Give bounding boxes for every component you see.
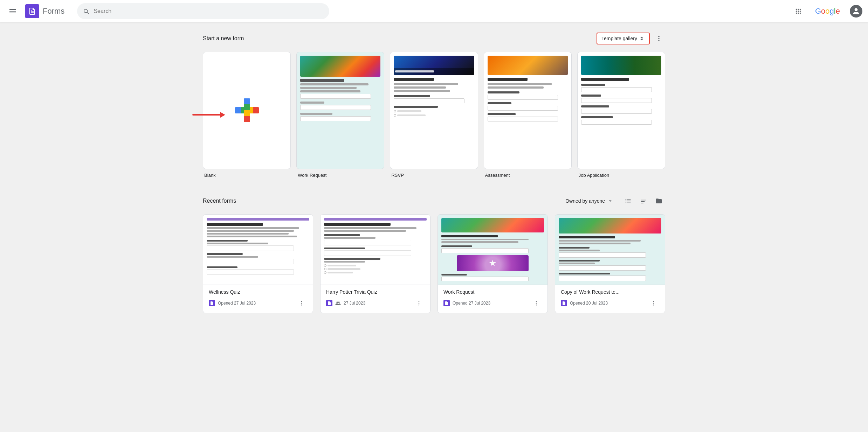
form-doc-icon-shared (327, 301, 331, 305)
form-type-icon-shared (326, 300, 332, 306)
svg-point-5 (301, 305, 302, 306)
svg-point-2 (658, 40, 659, 41)
work-request-doc-icon (445, 301, 449, 305)
work-request-meta: Opened 27 Jul 2023 (443, 298, 542, 309)
rsvp-label: RSVP (390, 173, 478, 178)
job-application-thumbnail (577, 52, 665, 169)
copy-work-request-title: Copy of Work Request te... (561, 289, 659, 295)
new-form-section: Start a new form Template gallery (203, 32, 665, 178)
list-view-icon (625, 197, 632, 204)
svg-point-9 (536, 301, 537, 302)
copy-work-request-doc-icon (562, 301, 566, 305)
work-request-form-icon (443, 300, 450, 306)
wellness-quiz-opened: Opened 27 Jul 2023 (218, 301, 256, 306)
wellness-quiz-meta: Opened 27 Jul 2023 (209, 298, 307, 309)
work-request-card-title: Work Request (443, 289, 542, 295)
work-request-label: Work Request (296, 173, 384, 178)
wellness-quiz-more-button[interactable] (296, 298, 307, 309)
wellness-quiz-title: Wellness Quiz (209, 289, 307, 295)
copy-work-request-meta: Opened 20 Jul 2023 (561, 298, 659, 309)
work-request-card-thumbnail (438, 215, 547, 285)
apps-grid-icon[interactable] (791, 4, 805, 18)
svg-point-14 (653, 305, 654, 306)
copy-work-request-card-body: Copy of Work Request te... Opened 20 Jul… (555, 285, 665, 313)
app-logo[interactable]: Forms (25, 4, 64, 18)
work-request-info: Opened 27 Jul 2023 (443, 300, 490, 306)
svg-point-7 (419, 303, 420, 304)
owned-by-button[interactable]: Owned by anyone (563, 196, 616, 206)
more-vert-icon-hp (416, 300, 422, 306)
plus-icon (235, 98, 259, 122)
rsvp-thumbnail (390, 52, 478, 169)
svg-point-12 (653, 301, 654, 302)
form-card-work-request[interactable]: Work Request Opened 27 Jul 2023 (438, 214, 548, 313)
sort-icon (640, 197, 647, 204)
form-doc-icon (210, 301, 214, 305)
svg-point-10 (536, 303, 537, 304)
svg-point-0 (658, 36, 659, 37)
more-vert-icon-small (298, 300, 305, 306)
harry-potter-info: 27 Jul 2023 (326, 300, 365, 306)
harry-potter-card-body: Harry Potter Trivia Quiz 27 Jul (321, 285, 430, 313)
more-vert-icon-cwr (650, 300, 657, 306)
shared-people-icon (335, 300, 341, 306)
harry-potter-thumbnail (321, 215, 430, 285)
section-actions: Template gallery (597, 32, 665, 45)
folder-icon (655, 197, 662, 204)
blank-thumbnail (203, 52, 291, 169)
template-rsvp[interactable]: RSVP (390, 52, 478, 178)
harry-potter-opened: 27 Jul 2023 (344, 301, 365, 306)
work-request-opened: Opened 27 Jul 2023 (453, 301, 490, 306)
search-input[interactable] (94, 8, 324, 14)
search-container (77, 3, 329, 19)
account-avatar[interactable] (850, 5, 862, 18)
copy-work-request-form-icon (561, 300, 567, 306)
dropdown-arrow-icon (607, 198, 613, 204)
app-header: Forms Google (0, 0, 868, 22)
wellness-quiz-card-body: Wellness Quiz Opened 27 Jul 2023 (203, 285, 313, 313)
wellness-quiz-info: Opened 27 Jul 2023 (209, 300, 256, 306)
list-view-button[interactable] (622, 195, 634, 207)
copy-work-request-opened: Opened 20 Jul 2023 (570, 301, 608, 306)
svg-point-1 (658, 38, 659, 39)
svg-point-3 (301, 301, 302, 302)
template-assessment[interactable]: Assessment (484, 52, 572, 178)
template-work-request[interactable]: Work Request (296, 52, 384, 178)
copy-work-request-thumbnail (555, 215, 665, 285)
sort-button[interactable] (637, 195, 650, 207)
work-request-more-button[interactable] (531, 298, 542, 309)
harry-potter-title: Harry Potter Trivia Quiz (326, 289, 425, 295)
svg-point-4 (301, 303, 302, 304)
work-request-card-body: Work Request Opened 27 Jul 2023 (438, 285, 547, 313)
main-content: Start a new form Template gallery (189, 22, 679, 323)
job-application-label: Job Application (577, 173, 665, 178)
recent-forms-title: Recent forms (203, 198, 563, 204)
harry-potter-more-button[interactable] (413, 298, 425, 309)
more-options-button[interactable] (653, 32, 665, 45)
folder-button[interactable] (653, 195, 665, 207)
form-card-wellness-quiz[interactable]: Wellness Quiz Opened 27 Jul 2023 (203, 214, 313, 313)
chevron-updown-icon (639, 35, 645, 42)
svg-point-6 (419, 301, 420, 302)
form-card-copy-work-request[interactable]: Copy of Work Request te... Opened 20 Jul… (555, 214, 665, 313)
templates-container: Blank (203, 52, 665, 178)
work-request-header-img (300, 56, 380, 77)
forms-logo-icon (25, 4, 39, 18)
template-job-application[interactable]: Job Application (577, 52, 665, 178)
search-box[interactable] (77, 3, 329, 19)
assessment-thumbnail (484, 52, 572, 169)
new-form-section-header: Start a new form Template gallery (203, 32, 665, 45)
menu-icon[interactable] (6, 4, 20, 18)
search-icon (83, 8, 89, 15)
google-logo: Google (815, 7, 840, 16)
copy-work-request-more-button[interactable] (648, 298, 659, 309)
red-arrow-indicator (192, 112, 225, 118)
templates-row: Blank (203, 52, 665, 178)
form-card-harry-potter[interactable]: Harry Potter Trivia Quiz 27 Jul (320, 214, 430, 313)
assessment-label: Assessment (484, 173, 572, 178)
view-toggle-icons (622, 195, 665, 207)
template-gallery-button[interactable]: Template gallery (597, 33, 650, 44)
copy-work-request-info: Opened 20 Jul 2023 (561, 300, 608, 306)
wellness-quiz-thumbnail (203, 215, 313, 285)
harry-potter-meta: 27 Jul 2023 (326, 298, 425, 309)
